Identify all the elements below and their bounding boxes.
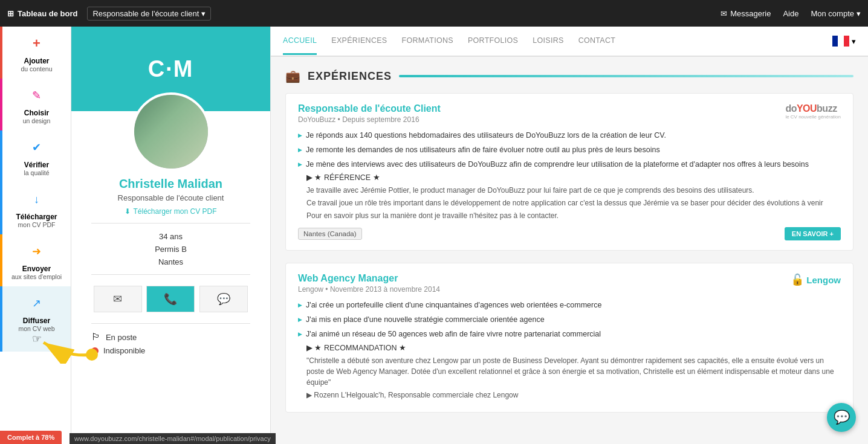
experiences-section-header: 💼 EXPÉRIENCES bbox=[285, 69, 853, 83]
status-bar: www.doyoubuzz.com/christelle-malidan#/mo… bbox=[70, 433, 276, 444]
profile-name: Christelle Malidan bbox=[119, 177, 222, 191]
chat-button[interactable]: 💬 bbox=[827, 403, 856, 432]
brand-label[interactable]: Tableau de bord bbox=[18, 9, 77, 18]
briefcase-icon: 💼 bbox=[285, 69, 300, 83]
lengow-label: Lengow bbox=[806, 275, 841, 285]
sidebar-item-download[interactable]: ↓ Télécharger mon CV PDF bbox=[0, 182, 71, 234]
bullet-item: J'ai crée un portefeuille client d'une c… bbox=[298, 300, 841, 311]
avatar-image bbox=[134, 95, 208, 169]
exp-company: DoYouBuzz • Depuis septembre 2016 bbox=[298, 115, 441, 124]
share-icon: ↗ bbox=[26, 292, 48, 314]
sidebar-send-label2: aux sites d'emploi bbox=[11, 273, 62, 280]
profile-title: Responsable de l'écoute client bbox=[118, 193, 224, 202]
section-title: EXPÉRIENCES bbox=[308, 70, 392, 83]
exp-bullets-doyoubuzz: Je réponds aux 140 questions hebdomadair… bbox=[298, 130, 841, 170]
sidebar-add-label2: du contenu bbox=[21, 65, 53, 72]
phone-button[interactable]: 📞 bbox=[146, 286, 195, 312]
sidebar-add-label1: Ajouter bbox=[24, 57, 50, 65]
profile-divider1 bbox=[91, 223, 250, 224]
profile-panel: C·M Christelle Malidan Responsable de l'… bbox=[71, 27, 271, 444]
sidebar-item-verify[interactable]: ✔ Vérifier la qualité bbox=[0, 130, 71, 182]
sidebar-send-label1: Envoyer bbox=[22, 265, 51, 273]
profile-info: 34 ans Permis B Nantes bbox=[155, 231, 187, 268]
chevron-down-icon: ▾ bbox=[201, 9, 206, 18]
exp-info-lengow: Web Agency Manager Lengow • Novembre 201… bbox=[298, 273, 440, 300]
exp-header-row: Responsable de l'écoute Client DoYouBuzz… bbox=[298, 103, 841, 130]
sidebar-verify-label1: Vérifier bbox=[24, 161, 49, 169]
avatar bbox=[132, 92, 210, 171]
sidebar-choose-label1: Choisir bbox=[24, 109, 49, 117]
tab-portfolios[interactable]: PORTFOLIOS bbox=[468, 28, 518, 55]
nav-right: ✉ Messagerie Aide Mon compte ▾ bbox=[721, 9, 861, 18]
sidebar-item-share[interactable]: ↗ Diffuser mon CV web ☞ bbox=[0, 286, 71, 352]
aide-link[interactable]: Aide bbox=[783, 9, 798, 18]
top-navigation: ⊞ Tableau de bord Responsable de l'écout… bbox=[0, 0, 868, 27]
sidebar-download-label2: mon CV PDF bbox=[18, 221, 56, 228]
compte-menu[interactable]: Mon compte ▾ bbox=[811, 9, 861, 18]
lengow-lock-icon: 🔓 bbox=[791, 273, 804, 286]
check-icon: ✔ bbox=[26, 137, 48, 158]
download-arrow-icon: ⬇ bbox=[125, 207, 131, 216]
cursor-icon: ☞ bbox=[32, 332, 42, 346]
dropdown-menu[interactable]: Responsable de l'écoute client ▾ bbox=[87, 7, 211, 21]
dropdown-label: Responsable de l'écoute client bbox=[92, 9, 199, 18]
download-cv-link[interactable]: ⬇ Télécharger mon CV PDF bbox=[125, 207, 216, 216]
lengow-logo: 🔓 Lengow bbox=[791, 273, 841, 286]
bullet-item: J'ai mis en place d'une nouvelle stratég… bbox=[298, 314, 841, 326]
exp-recommandation-quote: "Christelle a débuté son aventure chez L… bbox=[306, 355, 841, 388]
sidebar-verify-label2: la qualité bbox=[24, 169, 49, 176]
sidebar-share-label1: Diffuser bbox=[23, 317, 50, 325]
svg-rect-0 bbox=[832, 36, 838, 47]
exp-reference-text2: Ce travail joue un rôle très important d… bbox=[306, 198, 841, 208]
email-button[interactable]: ✉ bbox=[94, 286, 142, 312]
skype-button[interactable]: 💬 bbox=[199, 286, 248, 312]
sidebar-share-label2: mon CV web bbox=[18, 325, 54, 332]
sidebar-item-add[interactable]: + Ajouter du contenu bbox=[0, 27, 71, 79]
avatar-wrapper bbox=[132, 92, 210, 171]
compte-label: Mon compte bbox=[811, 9, 854, 18]
exp-info: Responsable de l'écoute Client DoYouBuzz… bbox=[298, 103, 441, 130]
main-layout: + Ajouter du contenu ✎ Choisir un design… bbox=[0, 27, 868, 444]
profile-divider3 bbox=[91, 323, 250, 324]
messagerie-link[interactable]: ✉ Messagerie bbox=[721, 9, 771, 18]
experience-doyoubuzz: Responsable de l'écoute Client DoYouBuzz… bbox=[285, 93, 853, 251]
send-icon: ➜ bbox=[26, 240, 48, 262]
profile-contact-icons: ✉ 📞 💬 bbox=[91, 286, 250, 312]
profile-status-posted: 🏳 En poste bbox=[91, 332, 250, 343]
section-line bbox=[399, 75, 853, 77]
doyoubuzz-logo: doYOUbuzz le CV nouvelle génération bbox=[785, 103, 841, 120]
content-tabs: ACCUEIL EXPÉRIENCES FORMATIONS PORTFOLIO… bbox=[271, 27, 868, 57]
bullet-item: Je réponds aux 140 questions hebdomadair… bbox=[298, 130, 841, 141]
brand-logo: ⊞ Tableau de bord bbox=[7, 9, 77, 18]
sidebar-item-choose[interactable]: ✎ Choisir un design bbox=[0, 79, 71, 130]
tab-formations[interactable]: FORMATIONS bbox=[402, 28, 453, 55]
grid-icon: ⊞ bbox=[7, 9, 14, 18]
exp-recommandation-author: ▶ Rozenn L'Helgoualc'h, Responsable comm… bbox=[306, 390, 841, 401]
chevron-down-icon: ▾ bbox=[852, 37, 856, 46]
profile-age: 34 ans bbox=[155, 231, 187, 243]
en-savoir-button[interactable]: EN SAVOIR + bbox=[785, 227, 841, 240]
tab-loisirs[interactable]: LOISIRS bbox=[533, 28, 563, 55]
status-posted-label: En poste bbox=[106, 333, 137, 342]
content-area: ACCUEIL EXPÉRIENCES FORMATIONS PORTFOLIO… bbox=[271, 27, 868, 444]
status-dot-icon bbox=[91, 347, 99, 355]
status-unavailable-label: Indisponible bbox=[103, 346, 145, 355]
complete-badge: Complet à 78% bbox=[0, 431, 62, 444]
profile-city: Nantes bbox=[155, 256, 187, 269]
tab-accueil[interactable]: ACCUEIL bbox=[283, 28, 317, 55]
download-icon: ↓ bbox=[26, 188, 48, 210]
flag-icon: 🏳 bbox=[91, 332, 101, 343]
language-flag[interactable]: ▾ bbox=[832, 36, 856, 47]
chevron-down-icon: ▾ bbox=[857, 9, 861, 18]
sidebar-choose-label2: un design bbox=[23, 117, 51, 124]
svg-rect-1 bbox=[838, 36, 844, 47]
exp-bullets-lengow: J'ai crée un portefeuille client d'une c… bbox=[298, 300, 841, 339]
tab-experiences[interactable]: EXPÉRIENCES bbox=[331, 28, 387, 55]
sidebar-item-send[interactable]: ➜ Envoyer aux sites d'emploi bbox=[0, 234, 71, 286]
exp-header-row-lengow: Web Agency Manager Lengow • Novembre 201… bbox=[298, 273, 841, 300]
profile-status-unavailable: Indisponible bbox=[91, 346, 250, 355]
flag-fr-icon bbox=[832, 36, 849, 47]
profile-divider2 bbox=[91, 274, 250, 275]
exp-title-lengow: Web Agency Manager bbox=[298, 273, 440, 284]
tab-contact[interactable]: CONTACT bbox=[578, 28, 616, 55]
